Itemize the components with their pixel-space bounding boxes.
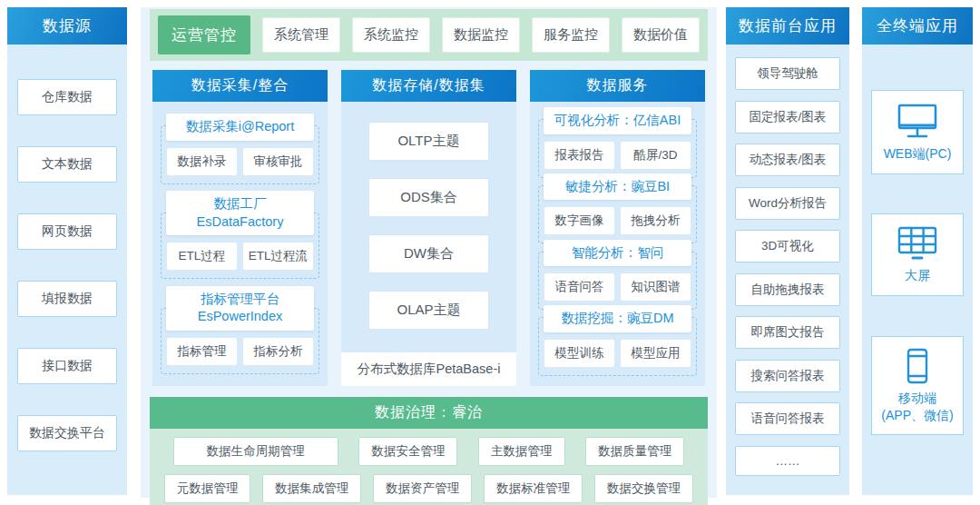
governance-item: 数据标准管理: [484, 474, 583, 503]
ops-tab-data-value: 数据价值: [622, 17, 700, 53]
governance-item: 数据质量管理: [585, 437, 684, 466]
big-screen-icon: [896, 225, 939, 267]
frontend-item-voice-qa-reports: 语音问答报表: [735, 402, 840, 435]
source-item-form: 填报数据: [17, 281, 117, 317]
group-data-mining: 数据挖掘：豌豆DM 模型训练 模型应用: [538, 317, 697, 376]
operations-control-label: 运营管控: [158, 15, 250, 54]
group-item: 指标管理: [167, 338, 237, 365]
group-item: 模型应用: [621, 340, 691, 367]
ops-tab-service-monitoring: 服务监控: [532, 17, 610, 53]
group-ireport: 数据采集i@Report 数据补录 审核审批: [161, 125, 319, 184]
monitor-icon: [896, 102, 939, 145]
governance-item: 数据交换管理: [594, 474, 693, 503]
frontend-item-dynamic-reports: 动态报表/图表: [735, 144, 840, 176]
data-sources-list: 仓库数据 文本数据 网页数据 填报数据 接口数据 数据交换平台: [7, 45, 127, 495]
data-governance-section: 数据治理：睿治 数据生命周期管理 数据安全管理 主数据管理 数据质量管理 元数据…: [150, 397, 708, 505]
frontend-item-drag-drop-reports: 自助拖拽报表: [735, 273, 840, 306]
data-collection-header: 数据采集/整合: [152, 70, 328, 102]
frontend-item-word-reports: Word分析报告: [735, 187, 840, 220]
terminal-label: 大屏: [905, 267, 930, 284]
frontend-apps-header: 数据前台应用: [726, 7, 849, 45]
operations-control-bar: 运营管控 系统管理 系统监控 数据监控 服务监控 数据价值: [150, 9, 708, 61]
governance-row-1: 数据生命周期管理 数据安全管理 主数据管理 数据质量管理: [161, 437, 697, 466]
storage-item-oltp: OLTP主题: [368, 122, 489, 161]
column-data-storage: 数据存储/数据集 OLTP主题 ODS集合 DW集合 OLAP主题 分布式数据库…: [341, 70, 516, 386]
terminal-label: WEB端(PC): [884, 145, 952, 163]
storage-item-ods: ODS集合: [368, 178, 489, 217]
group-power-index-title: 指标管理平台 EsPowerIndex: [166, 286, 314, 331]
ops-tab-data-monitoring: 数据监控: [442, 17, 520, 53]
source-item-exchange-platform: 数据交换平台: [17, 415, 117, 451]
group-item: 指标分析: [243, 338, 313, 365]
frontend-item-adhoc-reports: 即席图文报告: [735, 316, 840, 349]
group-smart-analysis: 智能分析：智问 语音问答 知识图谱: [538, 252, 697, 311]
frontend-item-ellipsis: ……: [735, 446, 840, 476]
group-agile-bi-title: 敏捷分析：豌豆BI: [544, 173, 691, 201]
group-item: 语音问答: [544, 273, 614, 301]
frontend-item-dashboard: 领导驾驶舱: [735, 57, 840, 90]
storage-footer-petabase: 分布式数据库PetaBase-i: [341, 352, 516, 386]
terminal-card-big-screen: 大屏: [871, 213, 964, 296]
governance-item: 数据资产管理: [373, 474, 472, 503]
column-data-services: 数据服务 可视化分析：亿信ABI 报表报告 酷屏/3D 敏捷分析：豌豆BI 数字…: [530, 70, 705, 386]
source-item-warehouse: 仓库数据: [17, 79, 117, 115]
governance-row-2: 元数据管理 数据集成管理 数据资产管理 数据标准管理 数据交换管理: [161, 474, 697, 503]
group-item: ETL过程: [167, 243, 237, 270]
terminal-label: 移动端: [898, 390, 936, 407]
group-item: 知识图谱: [621, 273, 691, 301]
group-agile-bi: 敏捷分析：豌豆BI 数字画像 拖拽分析: [538, 185, 697, 244]
frontend-item-search-qa-reports: 搜索问答报表: [735, 360, 840, 392]
terminal-card-web: WEB端(PC): [871, 90, 964, 174]
storage-item-dw: DW集合: [368, 234, 489, 273]
all-terminals-header: 全终端应用: [862, 7, 973, 45]
data-storage-header: 数据存储/数据集: [341, 70, 516, 102]
group-power-index: 指标管理平台 EsPowerIndex 指标管理 指标分析: [161, 308, 319, 374]
governance-item: 主数据管理: [478, 437, 565, 466]
data-governance-header: 数据治理：睿治: [150, 397, 708, 429]
governance-item: 数据安全管理: [358, 437, 457, 466]
group-item: 拖拽分析: [621, 207, 691, 234]
group-data-factory: 数据工厂 EsDataFactory ETL过程 ETL过程流: [161, 213, 319, 279]
group-data-factory-title: 数据工厂 EsDataFactory: [166, 191, 314, 235]
column-data-collection: 数据采集/整合 数据采集i@Report 数据补录 审核审批 数据工厂 EsDa…: [152, 70, 328, 386]
frontend-apps-list: 领导驾驶舱 固定报表/图表 动态报表/图表 Word分析报告 3D可视化 自助拖…: [726, 45, 849, 495]
ops-tab-system-management: 系统管理: [262, 17, 340, 53]
panel-data-sources: 数据源 仓库数据 文本数据 网页数据 填报数据 接口数据 数据交换平台: [7, 7, 127, 495]
data-services-header: 数据服务: [530, 70, 705, 102]
governance-item: 数据集成管理: [262, 474, 361, 503]
group-data-mining-title: 数据挖掘：豌豆DM: [544, 305, 691, 332]
storage-item-olap: OLAP主题: [368, 291, 489, 330]
frontend-item-3d-visualization: 3D可视化: [735, 230, 840, 262]
panel-platform-core: 运营管控 系统管理 系统监控 数据监控 服务监控 数据价值 数据采集/整合 数据…: [141, 7, 717, 498]
terminal-card-mobile: 移动端 (APP、微信): [871, 336, 964, 436]
panel-all-terminals: 全终端应用 WEB端(PC): [862, 7, 973, 495]
core-columns: 数据采集/整合 数据采集i@Report 数据补录 审核审批 数据工厂 EsDa…: [152, 70, 705, 386]
ops-tab-system-monitoring: 系统监控: [352, 17, 430, 53]
group-ireport-title: 数据采集i@Report: [166, 114, 314, 141]
group-item: 审核审批: [243, 148, 313, 175]
group-item: 模型训练: [544, 340, 614, 367]
terminal-sublabel: (APP、微信): [881, 407, 953, 424]
terminals-list: WEB端(PC) 大屏: [862, 45, 973, 495]
group-visual-analysis: 可视化分析：亿信ABI 报表报告 酷屏/3D: [538, 119, 697, 178]
group-visual-analysis-title: 可视化分析：亿信ABI: [544, 107, 691, 134]
group-item: 酷屏/3D: [621, 142, 691, 169]
group-smart-analysis-title: 智能分析：智问: [544, 240, 691, 267]
governance-item: 数据生命周期管理: [173, 437, 338, 466]
governance-item: 元数据管理: [164, 474, 251, 503]
group-item: ETL过程流: [243, 243, 313, 270]
data-sources-header: 数据源: [7, 7, 127, 45]
architecture-diagram: 数据源 仓库数据 文本数据 网页数据 填报数据 接口数据 数据交换平台 运营管控…: [0, 0, 980, 505]
group-item: 数据补录: [167, 148, 237, 175]
group-item: 数字画像: [544, 207, 614, 234]
source-item-web: 网页数据: [17, 213, 117, 250]
panel-frontend-apps: 数据前台应用 领导驾驶舱 固定报表/图表 动态报表/图表 Word分析报告 3D…: [726, 7, 849, 495]
frontend-item-fixed-reports: 固定报表/图表: [735, 101, 840, 134]
source-item-text: 文本数据: [17, 146, 117, 183]
source-item-interface: 接口数据: [17, 348, 117, 384]
mobile-phone-icon: [896, 348, 939, 390]
group-item: 报表报告: [544, 142, 614, 169]
